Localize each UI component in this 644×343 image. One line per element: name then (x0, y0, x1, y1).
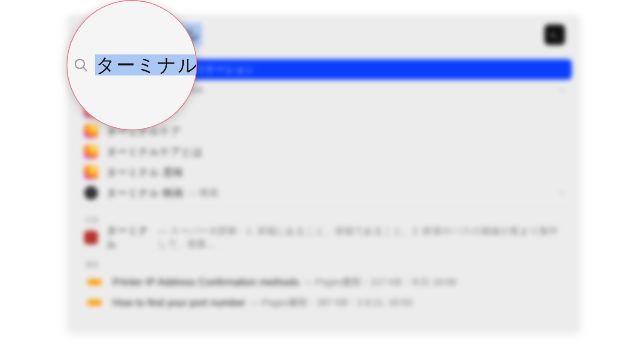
magnified-search-text: ターミナル (95, 53, 197, 78)
dictionary-icon (84, 231, 98, 244)
result-meta: — スーパー大辞林・1. 末端にあること。末端であること。2. 鉄道やバスの路線… (158, 225, 563, 250)
chevron-right-icon: › (560, 84, 563, 96)
firefox-icon (84, 145, 98, 159)
magnifier-callout: ターミナル (67, 0, 197, 130)
result-title: How to find your port number (112, 297, 245, 309)
result-title: ターミナルケアとは (106, 145, 203, 159)
pages-doc-icon (88, 279, 101, 285)
search-icon (73, 57, 89, 73)
terminal-app-thumbnail: >_ (544, 24, 565, 45)
result-meta: — Pages書類・217 KB・今日 19:58 (303, 276, 456, 289)
svg-line-3 (83, 67, 87, 71)
svg-point-2 (76, 60, 85, 69)
result-document[interactable]: How to find your port number — Pages書類・2… (76, 292, 572, 313)
result-web-suggestion[interactable]: ターミナルケアとは (76, 141, 572, 162)
result-document[interactable]: Printer IP Address Confirmation methods … (76, 272, 572, 292)
result-title: ターミナル 意味 (106, 165, 183, 179)
pages-doc-icon (88, 300, 101, 306)
firefox-icon (84, 165, 98, 179)
wiki-icon (84, 186, 98, 200)
result-meta: — Pages書類・267 KB・2.8.21. 20:53 (249, 296, 412, 309)
result-wiki-suggestion[interactable]: ターミナル 映画 — 映画 › (76, 183, 572, 203)
result-title: ターミナル (106, 224, 154, 251)
separator (76, 206, 571, 206)
section-header-documents: 書類 (76, 253, 572, 272)
result-meta: — 映画 (188, 187, 219, 199)
result-title: ターミナル 映画 (106, 186, 183, 200)
firefox-icon (84, 124, 98, 138)
result-web-suggestion[interactable]: ターミナル 意味 (76, 162, 572, 183)
chevron-right-icon: › (560, 187, 563, 199)
result-dictionary[interactable]: ターミナル — スーパー大辞林・1. 末端にあること。末端であること。2. 鉄道… (76, 227, 572, 248)
result-title: Printer IP Address Confirmation methods (112, 276, 299, 288)
